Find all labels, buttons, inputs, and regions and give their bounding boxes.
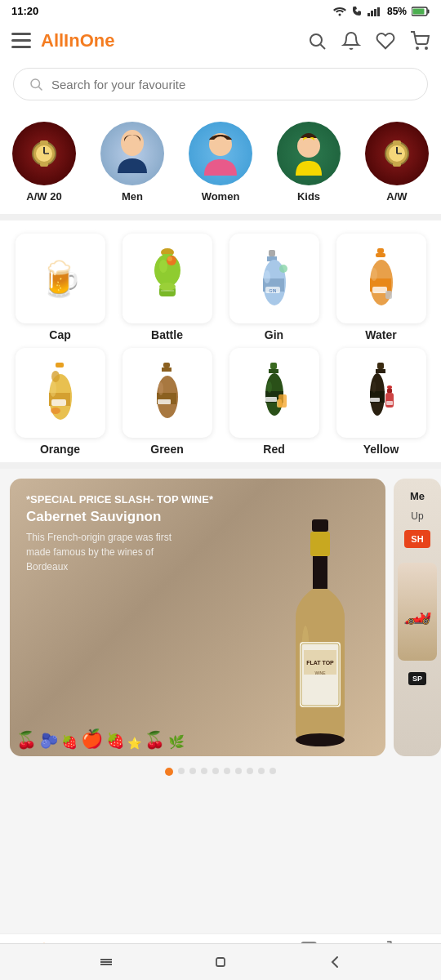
svg-rect-60	[372, 287, 387, 293]
search-bar-icon	[29, 77, 43, 91]
heart-icon[interactable]	[376, 31, 395, 51]
products-grid: 🍺 Cap Battle	[10, 234, 431, 456]
green-bottle-icon	[145, 360, 189, 425]
search-bar[interactable]	[13, 68, 428, 100]
product-label-green: Green	[150, 443, 183, 456]
status-time: 11:20	[11, 5, 38, 17]
svg-rect-84	[376, 369, 385, 373]
svg-rect-62	[56, 363, 64, 368]
product-gin[interactable]: GIN Gin	[224, 234, 324, 341]
app-logo: AllInOne	[41, 30, 114, 51]
signal-icon	[368, 7, 382, 16]
svg-rect-69	[163, 363, 170, 368]
svg-rect-83	[377, 363, 384, 369]
svg-rect-56	[376, 253, 385, 257]
android-home-icon[interactable]	[212, 954, 229, 970]
product-green[interactable]: Green	[117, 348, 217, 456]
search-bar-section	[0, 60, 441, 114]
android-nav	[0, 943, 441, 980]
category-label-women: Women	[202, 190, 240, 203]
category-women[interactable]: Women	[176, 122, 265, 203]
dot-2[interactable]	[189, 768, 196, 774]
bell-icon[interactable]	[341, 31, 361, 51]
dot-7[interactable]	[247, 768, 253, 774]
svg-rect-88	[370, 398, 380, 402]
category-label-aw20: A/W 20	[26, 190, 61, 203]
category-aw20[interactable]: A/W 20	[0, 122, 88, 203]
wifi-icon	[333, 7, 346, 16]
svg-rect-89	[385, 393, 394, 408]
product-image-water	[336, 234, 426, 323]
svg-rect-8	[11, 33, 31, 35]
android-nav-spacer	[0, 844, 441, 890]
dot-9[interactable]	[270, 768, 276, 774]
android-back-icon[interactable]	[327, 954, 343, 970]
side-up: Up	[411, 510, 423, 522]
wine-bottle-svg: FLAT TOP WINE	[279, 519, 361, 756]
svg-rect-76	[269, 369, 278, 373]
category-kids[interactable]: Kids	[265, 122, 353, 203]
product-label-cap: Cap	[49, 328, 70, 341]
search-input[interactable]	[51, 78, 412, 91]
banner-main[interactable]: *SPECIAL PRICE SLASH- TOP WINE* Cabernet…	[10, 479, 385, 756]
product-water[interactable]: Water	[331, 234, 431, 341]
side-shop-btn[interactable]: SH	[404, 530, 430, 548]
banner-desc: This French-origin grape was first made …	[26, 530, 189, 574]
svg-rect-2	[371, 11, 373, 16]
svg-rect-6	[428, 9, 430, 13]
dot-3[interactable]	[201, 768, 207, 774]
category-label-men: Men	[122, 190, 143, 203]
menu-icon[interactable]	[11, 33, 31, 49]
product-label-red: Red	[263, 443, 284, 456]
dot-8[interactable]	[258, 768, 265, 774]
dot-5[interactable]	[224, 768, 230, 774]
svg-rect-9	[11, 39, 31, 42]
women-avatar	[199, 128, 242, 179]
svg-text:GIN: GIN	[269, 288, 276, 293]
phone-icon	[351, 6, 363, 17]
svg-point-11	[310, 34, 322, 46]
product-cap[interactable]: 🍺 Cap	[10, 234, 110, 341]
svg-point-66	[51, 371, 60, 382]
svg-rect-47	[269, 250, 275, 256]
banner-side[interactable]: Me Up SH 🏎️ SP	[394, 479, 441, 756]
svg-point-0	[338, 13, 341, 16]
svg-rect-93	[312, 519, 328, 532]
search-icon[interactable]	[307, 31, 327, 51]
product-red[interactable]: Red	[224, 348, 324, 456]
product-yellow[interactable]: Yellow	[331, 348, 431, 456]
svg-rect-114	[100, 961, 112, 963]
category-men[interactable]: Men	[88, 122, 176, 203]
divider-1	[0, 214, 441, 220]
svg-point-14	[425, 47, 427, 49]
svg-rect-10	[11, 46, 31, 48]
kids-avatar	[287, 128, 330, 179]
dot-1[interactable]	[178, 768, 185, 774]
dot-0[interactable]	[165, 768, 173, 776]
dot-6[interactable]	[235, 768, 242, 774]
watch-icon-2	[379, 136, 415, 172]
red-bottle-icon	[252, 360, 296, 425]
header-left: AllInOne	[11, 30, 114, 51]
product-label-yellow: Yellow	[363, 443, 399, 456]
product-battle[interactable]: Battle	[117, 234, 217, 341]
product-orange[interactable]: Orange	[10, 348, 110, 456]
svg-rect-55	[377, 248, 384, 253]
svg-point-31	[301, 138, 317, 154]
svg-point-41	[159, 260, 167, 273]
android-menu-icon[interactable]	[98, 954, 114, 970]
cart-icon[interactable]	[410, 31, 430, 51]
battery-text: 85%	[387, 6, 407, 17]
svg-line-12	[321, 45, 326, 50]
spacer	[0, 779, 441, 844]
product-image-green	[122, 348, 212, 438]
category-label-kids: Kids	[297, 190, 320, 203]
svg-point-65	[50, 381, 56, 397]
svg-point-54	[279, 265, 287, 273]
svg-rect-21	[40, 140, 48, 145]
status-bar: 11:20 85%	[0, 0, 441, 22]
product-image-yellow	[336, 348, 426, 438]
svg-rect-7	[413, 8, 425, 14]
category-aw[interactable]: A/W	[353, 122, 441, 203]
dot-4[interactable]	[212, 768, 219, 774]
